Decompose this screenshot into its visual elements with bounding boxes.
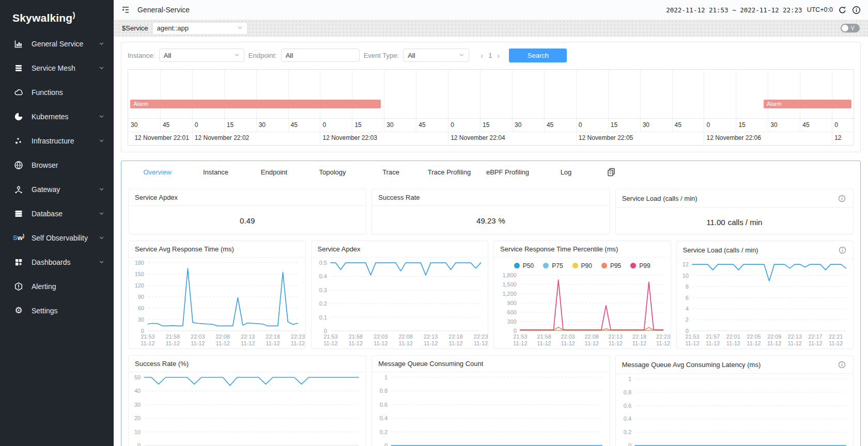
sidebar-item-general-service[interactable]: General Service — [0, 31, 114, 56]
timeline-gridline — [544, 70, 545, 118]
legend-item-p99[interactable]: P99 — [630, 261, 650, 270]
sidebar-item-self-observability[interactable]: Sw)Self Observability — [0, 226, 114, 250]
info-icon[interactable] — [838, 360, 847, 369]
timeline-gridline — [448, 70, 448, 118]
view-toggle[interactable]: V — [841, 24, 860, 33]
sidebar-item-settings[interactable]: ⚙Settings — [0, 298, 114, 323]
svg-text:1,500: 1,500 — [502, 281, 516, 288]
event-type-label: Event Type: — [364, 52, 399, 59]
tab-trace[interactable]: Trace — [362, 168, 420, 176]
timeline-tick-label: 30 — [643, 121, 649, 129]
timeline-gridline — [736, 119, 736, 132]
timeline-gridline — [832, 119, 832, 132]
chart-card-service-load-calls-min-: Service Load (calls / min)02468101221:53… — [676, 241, 854, 349]
tab-overview[interactable]: Overview — [128, 168, 187, 176]
tab-log[interactable]: Log — [537, 168, 595, 176]
tab-ebpf-profiling[interactable]: eBPF Profiling — [478, 168, 537, 176]
alarm-bar[interactable]: Alarm — [130, 100, 380, 108]
tab-topology[interactable]: Topology — [303, 168, 362, 176]
legend-item-p75[interactable]: P75 — [543, 261, 563, 270]
legend-item-p95[interactable]: P95 — [601, 261, 621, 270]
info-icon[interactable] — [838, 245, 847, 254]
mesh-icon — [13, 63, 24, 73]
svg-text:50: 50 — [134, 374, 141, 380]
sidebar-item-service-mesh[interactable]: Service Mesh — [0, 56, 114, 80]
sidebar-item-label: Service Mesh — [32, 64, 99, 72]
infrastructure-icon — [13, 136, 24, 146]
svg-text:11-12: 11-12 — [656, 340, 670, 346]
instance-label: Instance: — [128, 52, 155, 59]
card-title-row: Service Load (calls / min) — [616, 189, 853, 208]
sidebar-item-gateway[interactable]: Gateway — [0, 177, 114, 201]
chevron-down-icon — [99, 64, 104, 72]
card-title-row: Success Rate — [372, 189, 609, 206]
svg-text:40: 40 — [134, 388, 141, 394]
time-range[interactable]: 2022-11-12 21:53 ~ 2022-11-12 22:23 — [666, 6, 802, 14]
card-title: Service Apdex — [318, 245, 361, 253]
event-type-select-value: All — [408, 52, 415, 59]
prev-page-button[interactable]: ‹ — [481, 51, 483, 60]
instance-select-value: All — [164, 52, 171, 59]
event-type-select[interactable]: All — [403, 49, 469, 62]
tab-trace-profiling[interactable]: Trace Profiling — [420, 168, 478, 176]
legend-item-p50[interactable]: P50 — [514, 261, 534, 270]
legend-item-p90[interactable]: P90 — [572, 261, 592, 270]
timeline-gridline — [640, 119, 641, 132]
refresh-icon[interactable] — [838, 5, 847, 14]
sidebar-item-kubernetes[interactable]: Kubernetes — [0, 104, 114, 129]
sidebar-item-functions[interactable]: Functions — [0, 80, 114, 104]
svg-text:0.2: 0.2 — [624, 429, 631, 435]
card-title: Message Queue Consuming Count — [378, 360, 483, 368]
endpoint-input[interactable]: All — [281, 49, 360, 62]
instance-select[interactable]: All — [159, 49, 244, 62]
copy-icon[interactable] — [607, 167, 616, 177]
info-icon[interactable] — [851, 5, 861, 14]
current-page: 1 — [488, 52, 492, 59]
svg-text:11-12: 11-12 — [585, 340, 599, 346]
svg-text:22:18: 22:18 — [632, 333, 646, 340]
info-icon[interactable] — [838, 194, 847, 203]
sidebar-item-infrastructure[interactable]: Infrastructure — [0, 129, 114, 153]
sidebar-item-label: Settings — [32, 307, 104, 315]
timeline-tick-label: 15 — [611, 121, 617, 129]
app-root: Skywalking) General ServiceService MeshF… — [0, 0, 868, 446]
sidebar-item-label: Self Observability — [32, 234, 99, 242]
svg-text:11-12: 11-12 — [787, 340, 801, 346]
stat-number: 11.00 — [706, 218, 725, 227]
sidebar-item-label: Kubernetes — [32, 113, 99, 121]
svg-text:90: 90 — [138, 294, 144, 300]
svg-text:11-12: 11-12 — [561, 340, 575, 346]
search-button[interactable]: Search — [509, 49, 567, 62]
svg-text:0: 0 — [384, 442, 388, 446]
service-select-value: agent::app — [157, 24, 189, 32]
sidebar-item-dashboards[interactable]: Dashboards — [0, 250, 114, 274]
svg-text:11-12: 11-12 — [166, 340, 180, 346]
sidebar-item-browser[interactable]: Browser — [0, 153, 114, 177]
svg-text:11-12: 11-12 — [448, 340, 462, 346]
kubernetes-icon — [13, 112, 24, 122]
svg-text:150: 150 — [135, 271, 144, 277]
tab-endpoint[interactable]: Endpoint — [245, 168, 303, 176]
chart-plot-area: 00.20.40.60.8121:5311-1221:5611-1221:591… — [616, 374, 853, 446]
card-title: Service Apdex — [135, 194, 178, 201]
timeline-tick-label: 45 — [802, 121, 809, 129]
chart-plot-area: 0102030405021:5311-1221:5611-1221:5911-1… — [129, 372, 366, 446]
service-select[interactable]: agent::app — [152, 22, 247, 35]
tab-instance[interactable]: Instance — [187, 168, 245, 176]
svg-text:300: 300 — [507, 318, 517, 325]
sidebar-item-alerting[interactable]: Alerting — [0, 274, 114, 298]
svg-text:11-12: 11-12 — [726, 340, 740, 346]
svg-text:11-12: 11-12 — [829, 340, 843, 346]
timeline-date-label: 12 November 22:04 — [451, 134, 505, 141]
next-page-button[interactable]: › — [497, 51, 500, 60]
collapse-sidebar-icon[interactable] — [121, 5, 131, 15]
timeline-gridline — [576, 119, 577, 132]
dashboard-tabs: OverviewInstanceEndpointTopologyTraceTra… — [128, 161, 854, 183]
svg-text:11-12: 11-12 — [424, 340, 438, 346]
alarm-bar[interactable]: Alarm — [764, 100, 851, 108]
svg-text:22:08: 22:08 — [216, 333, 230, 340]
stat-card-row: Service Apdex0.49Success Rate49.23%Servi… — [128, 189, 854, 234]
sidebar-item-database[interactable]: Database — [0, 201, 114, 226]
timeline-gridline — [672, 119, 673, 132]
card-title: Success Rate — [378, 194, 420, 201]
